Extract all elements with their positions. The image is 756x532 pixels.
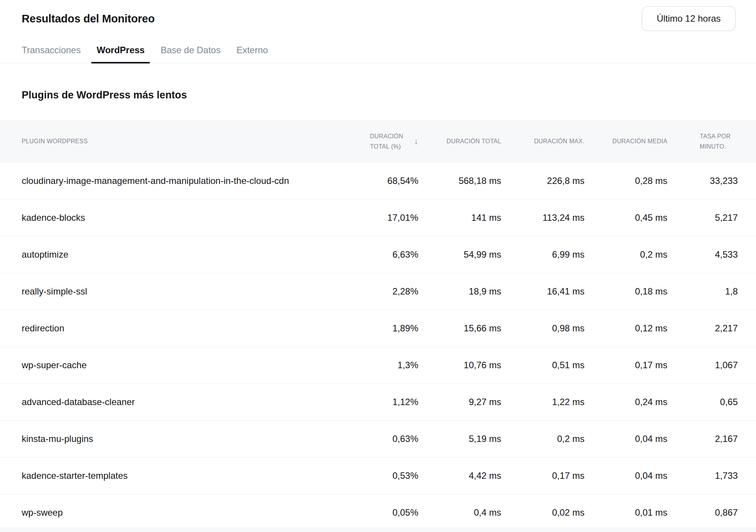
table-row: kinsta-mu-plugins0,63%5,19 ms0,2 ms0,04 …	[0, 421, 756, 458]
column-header-duraci-n-max[interactable]: DURACIÓN MAX.	[501, 136, 584, 146]
duration-media-cell: 0,04 ms	[584, 470, 667, 481]
duration-max-cell: 113,24 ms	[501, 212, 584, 223]
column-header-label: DURACIÓN TOTAL (%)	[370, 131, 408, 152]
tasa-por-minuto-cell: 2,217	[667, 323, 738, 334]
table-row: wp-sweep0,05%0,4 ms0,02 ms0,01 ms0,867	[0, 494, 756, 531]
column-header-label: DURACIÓN TOTAL	[446, 136, 501, 146]
table-row: kadence-blocks17,01%141 ms113,24 ms0,45 …	[0, 200, 756, 236]
plugin-name-cell: kinsta-mu-plugins	[22, 434, 323, 444]
duration-max-cell: 0,2 ms	[501, 434, 584, 444]
column-header-label: DURACIÓN MEDIA	[612, 136, 667, 146]
sort-desc-arrow-icon: ↓	[414, 137, 418, 146]
duration-media-cell: 0,24 ms	[584, 397, 667, 407]
duration-media-cell: 0,17 ms	[584, 360, 667, 370]
plugin-name-cell: cloudinary-image-management-and-manipula…	[22, 176, 323, 186]
duration-max-cell: 0,02 ms	[501, 507, 584, 518]
plugin-name-cell: wp-sweep	[22, 507, 323, 518]
table-row: wp-super-cache1,3%10,76 ms0,51 ms0,17 ms…	[0, 347, 756, 384]
table-row: kadence-starter-templates0,53%4,42 ms0,1…	[0, 458, 756, 494]
duration-media-cell: 0,01 ms	[584, 507, 667, 518]
column-header-duraci-n-media[interactable]: DURACIÓN MEDIA	[584, 136, 667, 146]
column-header-plugin-wordpress[interactable]: PLUGIN WORDPRESS	[22, 136, 323, 146]
tasa-por-minuto-cell: 1,067	[667, 360, 738, 370]
duration-total-pct-cell: 6,63%	[323, 249, 418, 260]
plugins-table: PLUGIN WORDPRESSDURACIÓN TOTAL (%)↓DURAC…	[0, 120, 756, 531]
duration-total-pct-cell: 1,89%	[323, 323, 418, 334]
tasa-por-minuto-cell: 4,533	[667, 249, 738, 260]
tab-wordpress[interactable]: WordPress	[91, 45, 150, 63]
column-header-label: PLUGIN WORDPRESS	[22, 136, 88, 146]
duration-media-cell: 0,28 ms	[584, 176, 667, 186]
column-header-label: DURACIÓN MAX.	[534, 136, 584, 146]
duration-total-cell: 54,99 ms	[418, 249, 501, 260]
duration-total-cell: 4,42 ms	[418, 470, 501, 481]
duration-total-cell: 18,9 ms	[418, 286, 501, 297]
plugin-name-cell: kadence-blocks	[22, 212, 323, 223]
duration-total-pct-cell: 0,53%	[323, 470, 418, 481]
plugin-name-cell: really-simple-ssl	[22, 286, 323, 297]
table-header-row: PLUGIN WORDPRESSDURACIÓN TOTAL (%)↓DURAC…	[0, 120, 756, 163]
duration-max-cell: 0,51 ms	[501, 360, 584, 370]
plugin-name-cell: wp-super-cache	[22, 360, 323, 370]
duration-total-pct-cell: 1,12%	[323, 397, 418, 407]
duration-total-cell: 568,18 ms	[418, 176, 501, 186]
plugin-name-cell: autoptimize	[22, 249, 323, 260]
table-row: really-simple-ssl2,28%18,9 ms16,41 ms0,1…	[0, 273, 756, 310]
duration-total-pct-cell: 68,54%	[323, 176, 418, 186]
plugin-name-cell: redirection	[22, 323, 323, 334]
duration-max-cell: 16,41 ms	[501, 286, 584, 297]
plugin-name-cell: advanced-database-cleaner	[22, 397, 323, 407]
table-body: cloudinary-image-management-and-manipula…	[0, 163, 756, 531]
column-header-label: TASA POR MINUTO.	[700, 131, 738, 152]
duration-total-pct-cell: 17,01%	[323, 212, 418, 223]
duration-max-cell: 1,22 ms	[501, 397, 584, 407]
duration-total-cell: 0,4 ms	[418, 507, 501, 518]
duration-total-pct-cell: 0,05%	[323, 507, 418, 518]
tasa-por-minuto-cell: 33,233	[667, 176, 738, 186]
column-header-duraci-n-total[interactable]: DURACIÓN TOTAL (%)↓	[323, 131, 418, 152]
table-row: autoptimize6,63%54,99 ms6,99 ms0,2 ms4,5…	[0, 236, 756, 273]
tab-externo[interactable]: Externo	[231, 45, 273, 63]
tab-bar: TransaccionesWordPressBase de DatosExter…	[0, 45, 756, 63]
duration-media-cell: 0,12 ms	[584, 323, 667, 334]
duration-media-cell: 0,45 ms	[584, 212, 667, 223]
duration-max-cell: 6,99 ms	[501, 249, 584, 260]
duration-media-cell: 0,2 ms	[584, 249, 667, 260]
time-range-button[interactable]: Último 12 horas	[642, 6, 736, 31]
page-title: Resultados del Monitoreo	[22, 13, 155, 25]
duration-total-cell: 9,27 ms	[418, 397, 501, 407]
table-row: advanced-database-cleaner1,12%9,27 ms1,2…	[0, 384, 756, 421]
page-header: Resultados del Monitoreo Último 12 horas	[0, 0, 756, 31]
duration-max-cell: 226,8 ms	[501, 176, 584, 186]
duration-media-cell: 0,04 ms	[584, 434, 667, 444]
plugin-name-cell: kadence-starter-templates	[22, 470, 323, 481]
tasa-por-minuto-cell: 2,167	[667, 434, 738, 444]
duration-total-pct-cell: 2,28%	[323, 286, 418, 297]
duration-max-cell: 0,17 ms	[501, 470, 584, 481]
section-heading: Plugins de WordPress más lentos	[22, 89, 756, 101]
tasa-por-minuto-cell: 1,8	[667, 286, 738, 297]
duration-media-cell: 0,18 ms	[584, 286, 667, 297]
duration-total-pct-cell: 0,63%	[323, 434, 418, 444]
tab-base-de-datos[interactable]: Base de Datos	[155, 45, 226, 63]
duration-total-cell: 15,66 ms	[418, 323, 501, 334]
duration-total-pct-cell: 1,3%	[323, 360, 418, 370]
duration-total-cell: 5,19 ms	[418, 434, 501, 444]
column-header-duraci-n-total[interactable]: DURACIÓN TOTAL	[418, 136, 501, 146]
tasa-por-minuto-cell: 0,65	[667, 397, 738, 407]
tasa-por-minuto-cell: 1,733	[667, 470, 738, 481]
table-row: cloudinary-image-management-and-manipula…	[0, 163, 756, 200]
duration-total-cell: 10,76 ms	[418, 360, 501, 370]
table-row: redirection1,89%15,66 ms0,98 ms0,12 ms2,…	[0, 310, 756, 347]
duration-max-cell: 0,98 ms	[501, 323, 584, 334]
tasa-por-minuto-cell: 5,217	[667, 212, 738, 223]
tab-transacciones[interactable]: Transacciones	[16, 45, 86, 63]
table-footer-strip	[0, 527, 756, 532]
column-header-tasa-por-minuto[interactable]: TASA POR MINUTO.	[667, 131, 738, 152]
duration-total-cell: 141 ms	[418, 212, 501, 223]
tasa-por-minuto-cell: 0,867	[667, 507, 738, 518]
